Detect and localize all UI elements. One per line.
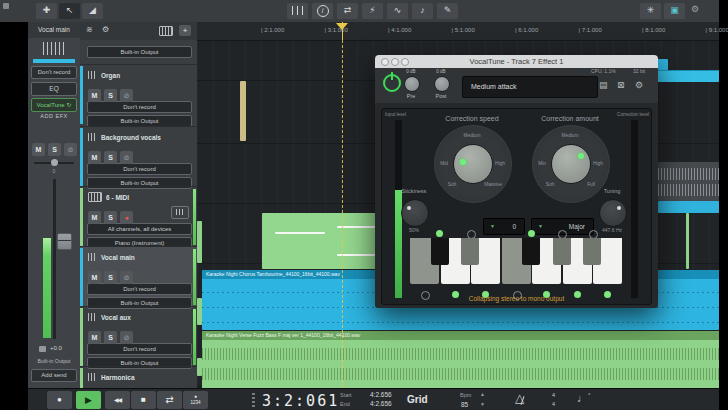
move-tool-button[interactable]: ✚ xyxy=(36,3,57,19)
minimize-icon[interactable] xyxy=(391,58,399,66)
vocaltune-effect-button[interactable]: VocalTune ↻ xyxy=(31,98,77,112)
record-button[interactable]: ● xyxy=(47,391,72,409)
mixer-window-button[interactable]: ✳ xyxy=(640,3,661,19)
bypass-button[interactable]: ⊘ xyxy=(120,331,133,344)
correction-speed-knob[interactable] xyxy=(453,144,493,184)
tap-tempo-icon[interactable]: ♩° xyxy=(577,392,590,404)
timeline-ruler[interactable]: | 2:1.000| 3:1.000| 4:1.000| 5:1.000| 6:… xyxy=(197,22,719,41)
grid-dropdown[interactable]: Grid xyxy=(407,394,428,405)
rewind-button[interactable]: ◀◀ xyxy=(105,391,130,409)
volume-fader-handle[interactable] xyxy=(57,233,72,250)
pre-gain-knob[interactable] xyxy=(404,76,420,92)
delete-preset-icon[interactable]: ⊠ xyxy=(617,80,625,90)
post-gain-knob[interactable] xyxy=(434,76,450,92)
track-row-partial[interactable]: Built-in Output xyxy=(80,40,197,64)
piano-key-D#[interactable] xyxy=(461,238,479,265)
mute-button[interactable]: M xyxy=(88,331,101,344)
amount-option-min[interactable]: Min xyxy=(538,161,546,166)
record-mode-button[interactable]: Don't record xyxy=(87,343,192,355)
mute-button[interactable]: M xyxy=(88,211,101,224)
solo-button[interactable]: S xyxy=(104,271,117,284)
track-row-harmonica[interactable]: Harmonica xyxy=(80,366,197,389)
piano-key-A#[interactable] xyxy=(583,238,601,265)
save-preset-icon[interactable]: ▤ xyxy=(599,80,608,90)
vocaltune-plugin-window[interactable]: VocalTune - Track 7 Effect 1 0 dB Pre 0 … xyxy=(375,55,658,308)
count-in-button[interactable]: ● 1234 xyxy=(183,391,208,409)
plugin-titlebar[interactable]: VocalTune - Track 7 Effect 1 xyxy=(375,55,658,68)
clip-vocal-aux[interactable]: Karaoke Night Verse Fuzz Bass F maj ver … xyxy=(202,331,719,389)
speed-option-soft[interactable]: Soft xyxy=(448,182,457,187)
time-signature[interactable]: 4 4 xyxy=(552,391,555,409)
clip-fragment[interactable] xyxy=(197,221,202,263)
bypass-button[interactable]: ⊘ xyxy=(120,89,133,102)
amount-option-high[interactable]: High xyxy=(593,161,603,166)
record-mode-button[interactable]: Don't record xyxy=(87,283,192,295)
speed-option-massive[interactable]: Massive xyxy=(484,182,502,187)
scale-dot-F#[interactable] xyxy=(528,230,535,237)
solo-button[interactable]: S xyxy=(48,143,61,156)
pan-knob[interactable] xyxy=(51,159,58,166)
correction-amount-knob[interactable] xyxy=(551,144,591,184)
end-value[interactable]: 4:2.656 xyxy=(370,400,392,407)
fade-tool-button[interactable]: ◢ xyxy=(82,3,103,19)
clip-background-vocals[interactable] xyxy=(658,162,719,201)
add-track-button[interactable]: + xyxy=(179,25,191,36)
volume-fader-track[interactable] xyxy=(53,179,56,339)
track-row-vocal-aux[interactable]: Vocal aux MS⊘ Don't record Built-in Outp… xyxy=(80,306,197,367)
record-arm-button[interactable]: ● xyxy=(120,211,133,224)
solo-button[interactable]: S xyxy=(104,211,117,224)
scale-keyboard[interactable] xyxy=(410,230,623,300)
note-button[interactable]: ♪ xyxy=(412,3,433,19)
stop-button[interactable]: ■ xyxy=(131,391,156,409)
tuning-knob[interactable] xyxy=(599,199,627,227)
track-row-organ[interactable]: Organ MS⊘ Don't record Built-in Output xyxy=(80,64,197,127)
time-mode-handle[interactable] xyxy=(252,393,255,407)
metronome-icon[interactable]: △ xyxy=(515,391,524,405)
gear-icon[interactable]: ⚙ xyxy=(102,25,109,34)
midi-input-button[interactable]: All channels, all devices xyxy=(87,223,192,235)
preset-selector[interactable]: Medium attack xyxy=(462,76,598,98)
eq-button[interactable]: EQ xyxy=(31,82,77,96)
start-value[interactable]: 4:2.656 xyxy=(370,391,392,398)
bypass-button[interactable]: ⊘ xyxy=(120,271,133,284)
select-tool-button[interactable]: ↖ xyxy=(59,3,80,19)
track-row-vocal-main[interactable]: Vocal main MS⊘ Don't record Built-in Out… xyxy=(80,246,197,307)
record-mode-button[interactable]: Don't record xyxy=(31,66,77,79)
stickiness-knob[interactable] xyxy=(401,199,429,227)
record-mode-button[interactable]: Don't record xyxy=(87,101,192,113)
add-efx-button[interactable]: ADD EFX xyxy=(31,113,77,119)
mute-button[interactable]: M xyxy=(88,271,101,284)
info-button[interactable]: i xyxy=(312,3,333,19)
bpm-up-icon[interactable]: ▲ xyxy=(480,391,485,397)
clip-green-line[interactable] xyxy=(686,213,689,269)
output-label[interactable]: Built-in Output xyxy=(28,358,80,364)
piano-roll-button[interactable] xyxy=(171,206,189,219)
amount-option-full[interactable]: Full xyxy=(587,182,595,187)
time-display[interactable]: 3:2:061 xyxy=(262,392,339,410)
mute-button[interactable]: M xyxy=(88,89,101,102)
record-mode-button[interactable]: Don't record xyxy=(87,163,192,175)
add-send-button[interactable]: Add send xyxy=(31,369,77,382)
zoom-icon[interactable] xyxy=(401,58,409,66)
mute-button[interactable]: M xyxy=(32,143,45,156)
track-output-button[interactable]: Built-in Output xyxy=(87,46,192,58)
amount-option-soft[interactable]: Soft xyxy=(546,182,555,187)
speed-option-high[interactable]: High xyxy=(495,161,505,166)
solo-button[interactable]: S xyxy=(104,89,117,102)
power-button[interactable] xyxy=(383,74,401,92)
loop-button[interactable]: ⇄ xyxy=(157,391,182,409)
instruments-button[interactable]: ▣ xyxy=(664,3,685,19)
track-row-midi[interactable]: 6 - MIDI MS● All channels, all devices P… xyxy=(80,186,197,247)
bpm-down-icon[interactable]: ▼ xyxy=(480,401,485,407)
shuffle-button[interactable]: ⇄ xyxy=(337,3,358,19)
fan-icon[interactable]: ≋ xyxy=(86,25,93,34)
piano-key-G#[interactable] xyxy=(553,238,571,265)
keyboard-view-icon[interactable] xyxy=(159,26,173,36)
plugin-settings-icon[interactable]: ⚙ xyxy=(635,80,643,90)
amount-option-medium[interactable]: Medium xyxy=(561,133,578,138)
wave-edit-button[interactable]: ∿ xyxy=(387,3,408,19)
track-row-background-vocals[interactable]: Background vocals MS⊘ Don't record Built… xyxy=(80,126,197,187)
scale-dot-C#[interactable] xyxy=(436,230,443,237)
draw-button[interactable]: ✎ xyxy=(437,3,458,19)
mute-button[interactable]: M xyxy=(88,151,101,164)
